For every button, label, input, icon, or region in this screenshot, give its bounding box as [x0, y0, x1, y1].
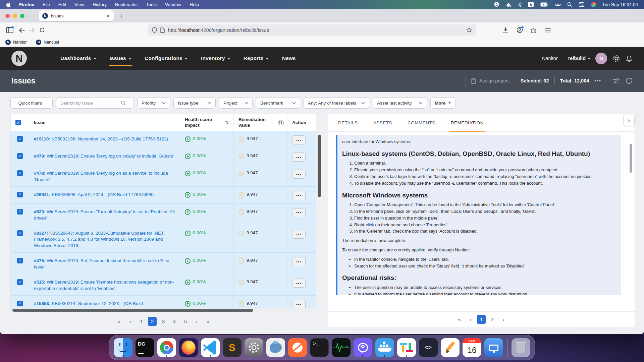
asset-last-activity-dropdown[interactable]: Asset last activity — [373, 97, 427, 109]
benchmark-dropdown[interactable]: Benchmark — [256, 97, 300, 109]
link-status-icon[interactable] — [555, 2, 561, 8]
remediation-value-column-header[interactable]: Remediation value ? — [233, 114, 287, 131]
row-actions-button[interactable]: ••• — [292, 230, 306, 239]
select-all-checkbox[interactable]: ✓ — [15, 120, 21, 125]
page-1-button[interactable]: 1 — [137, 317, 146, 326]
terminal-dock-icon[interactable]: >_ — [310, 338, 329, 357]
panel-prev-page-button[interactable]: ‹ — [466, 315, 475, 324]
screen-sharing-dock-icon[interactable] — [484, 338, 503, 357]
search-input[interactable] — [60, 101, 118, 106]
menu-file[interactable]: File — [43, 2, 50, 7]
shield-icon[interactable] — [152, 27, 157, 33]
help-icon[interactable]: ? — [278, 120, 284, 125]
postman-dock-icon[interactable] — [288, 338, 307, 357]
panel-scrollbar-thumb[interactable] — [630, 144, 632, 173]
row-checkbox[interactable]: ✓ — [17, 258, 23, 263]
row-checkbox[interactable]: ✓ — [17, 170, 23, 176]
nav-news[interactable]: News — [282, 47, 296, 70]
table-row[interactable]: ✓ #515: WinServer2019: Ensure 'Remote ho… — [11, 274, 316, 296]
account-icon[interactable] — [515, 25, 525, 35]
docker-dock-icon[interactable] — [375, 338, 394, 357]
table-row[interactable]: ✓ #478: WinServer2019: Ensure 'Deny log … — [11, 165, 316, 187]
table-row[interactable]: ✓ #26941: KB5036896: April 9, 2024—(OS B… — [11, 187, 316, 204]
calendar-dock-icon[interactable]: SEP16 — [463, 338, 481, 357]
row-actions-button[interactable]: ••• — [292, 191, 306, 200]
tab-assets[interactable]: ASSETS — [373, 114, 392, 132]
panel-first-page-button[interactable]: « — [455, 315, 464, 324]
page-info-icon[interactable] — [160, 27, 165, 33]
nav-inventory[interactable]: Inventory — [201, 47, 230, 70]
tab-details[interactable]: DETAILS — [338, 114, 358, 132]
row-checkbox[interactable]: ✓ — [17, 301, 23, 306]
horizontal-scrollbar-thumb[interactable] — [12, 309, 253, 312]
quick-filters-dropdown[interactable]: Quick filters — [10, 97, 53, 109]
issue-type-dropdown[interactable]: Issue type — [173, 97, 216, 109]
issue-link[interactable]: #15853: KB5030214: September 12, 2023—(O… — [34, 301, 143, 307]
forward-button[interactable] — [27, 25, 37, 35]
system-settings-dock-icon[interactable] — [245, 338, 263, 357]
input-source-icon[interactable]: A — [528, 2, 534, 7]
text-editor-dock-icon[interactable] — [441, 338, 460, 357]
notifications-bell-icon[interactable] — [626, 55, 633, 62]
assign-project-button[interactable]: Assign project — [466, 75, 515, 87]
bookmark-nancust[interactable]: N Nancust — [36, 40, 59, 45]
control-center-icon[interactable] — [579, 2, 584, 8]
sublime-merge-dock-icon[interactable]: S — [223, 338, 241, 357]
row-checkbox[interactable]: ✓ — [17, 209, 23, 215]
tab-close-icon[interactable]: ✕ — [106, 13, 110, 18]
row-actions-button[interactable]: ••• — [292, 153, 306, 162]
row-checkbox[interactable]: ✓ — [17, 153, 23, 159]
viber-dock-icon[interactable] — [354, 338, 372, 357]
bookmark-star-icon[interactable] — [466, 27, 472, 33]
issue-link[interactable]: #19110: KB5032196: November 14, 2023—(OS… — [34, 136, 168, 142]
vertical-scrollbar-thumb[interactable] — [318, 135, 321, 197]
prev-page-button[interactable]: ‹ — [126, 317, 135, 326]
bookmark-nanitor[interactable]: N Nanitor — [5, 40, 26, 45]
panel-page-2-button[interactable]: 2 — [488, 315, 497, 324]
menu-help[interactable]: Help — [190, 2, 199, 7]
next-page-button[interactable]: › — [192, 317, 201, 326]
issue-link[interactable]: #515: WinServer2019: Ensure 'Remote host… — [34, 279, 175, 292]
code-app-dock-icon[interactable]: <> — [419, 338, 438, 357]
project-dropdown[interactable]: Project — [219, 97, 253, 109]
nav-reports[interactable]: Reports — [244, 47, 269, 70]
first-page-button[interactable]: « — [115, 317, 123, 326]
datagrip-dock-icon[interactable]: DG — [136, 338, 154, 357]
menubar-clock[interactable]: Tue Sep 16 04:04 — [602, 2, 638, 7]
activity-monitor-dock-icon[interactable] — [332, 338, 351, 357]
chrome-dock-icon[interactable] — [157, 338, 176, 357]
menu-bookmarks[interactable]: Bookmarks — [115, 2, 138, 7]
row-actions-button[interactable]: ••• — [292, 170, 306, 179]
tab-remediation[interactable]: REMEDIATION — [451, 114, 484, 132]
panel-page-1-button[interactable]: 1 — [477, 315, 486, 324]
firefox-dock-icon[interactable] — [179, 338, 198, 357]
search-issue-field[interactable] — [56, 97, 134, 109]
menu-hamburger-icon[interactable] — [543, 25, 553, 35]
nav-dashboards[interactable]: Dashboards — [60, 47, 96, 70]
menu-edit[interactable]: Edit — [58, 2, 66, 7]
nav-configurations[interactable]: Configurations — [145, 47, 187, 70]
nav-issues[interactable]: Issues — [110, 47, 131, 70]
page-2-button[interactable]: 2 — [148, 317, 157, 326]
rainbow-app-icon[interactable] — [591, 2, 596, 7]
gimp-dock-icon[interactable] — [266, 338, 285, 357]
issue-link[interactable]: #8327: KB5029647: August 8, 2023-Cumulat… — [34, 230, 175, 249]
health-score-column-header[interactable]: Health score impact — [180, 114, 233, 131]
sidebar-toggle-icon[interactable] — [5, 25, 15, 35]
table-row[interactable]: ✓ #19110: KB5032196: November 14, 2023—(… — [11, 131, 316, 148]
table-row[interactable]: ✓ #523: WinServer2019: Ensure 'Turn off … — [11, 204, 316, 225]
page-5-button[interactable]: 5 — [181, 317, 190, 326]
panel-next-page-button[interactable]: › — [499, 315, 508, 324]
trash-dock-icon[interactable] — [512, 338, 530, 357]
menu-view[interactable]: View — [74, 2, 84, 7]
more-options-dots[interactable]: ••• — [594, 78, 601, 83]
battery-icon[interactable] — [540, 2, 549, 8]
menubar-app-name[interactable]: Firefox — [19, 2, 34, 7]
issue-link[interactable]: #26941: KB5036896: April 9, 2024—(OS Bui… — [34, 192, 154, 198]
row-actions-button[interactable]: ••• — [292, 279, 306, 288]
table-row[interactable]: ✓ #8327: KB5029647: August 8, 2023-Cumul… — [11, 225, 316, 253]
workspace-selector[interactable]: relbuild — [568, 56, 590, 61]
column-settings-icon[interactable] — [612, 78, 620, 84]
more-filters-button[interactable]: More+ — [430, 97, 456, 109]
row-checkbox[interactable]: ✓ — [17, 136, 23, 142]
